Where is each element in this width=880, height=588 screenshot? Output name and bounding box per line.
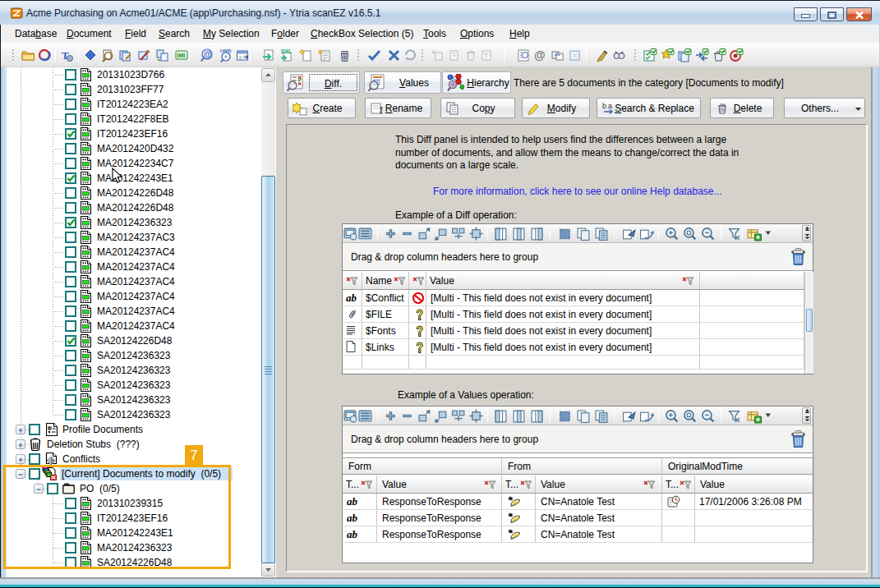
svg-text:@: @ bbox=[534, 48, 546, 62]
svg-text:DXL: DXL bbox=[281, 48, 292, 54]
svg-text:T: T bbox=[484, 52, 489, 60]
svg-text:b: b bbox=[602, 102, 606, 110]
